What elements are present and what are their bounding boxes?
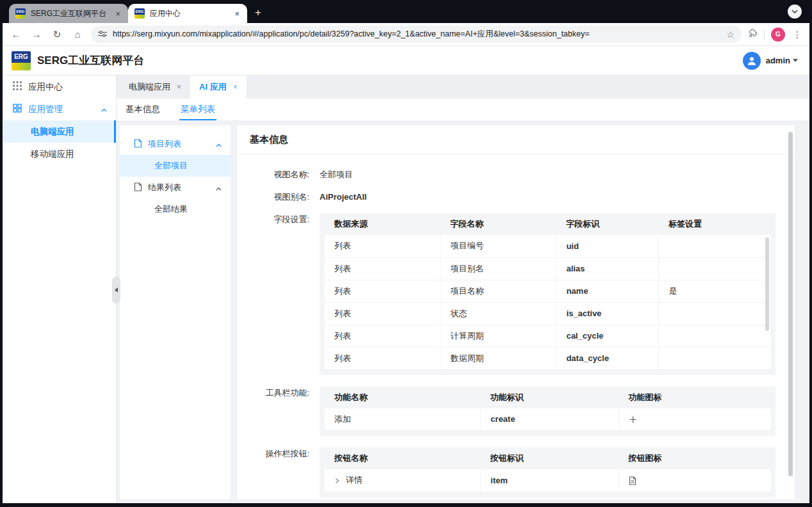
tree-group-result-list[interactable]: 结果列表 (120, 177, 231, 198)
table-scrollbar-thumb[interactable] (765, 237, 769, 331)
tab-close-icon[interactable]: × (177, 83, 181, 92)
sidebar-item-label: 电脑端应用 (31, 126, 105, 138)
forward-icon[interactable]: → (29, 29, 44, 40)
cell-text: 详情 (346, 475, 362, 485)
home-icon[interactable]: ⌂ (70, 29, 85, 40)
chevron-up-icon[interactable] (216, 140, 222, 149)
sidebar-item-app-management[interactable]: 应用管理 (3, 98, 116, 120)
extensions-icon[interactable] (748, 28, 758, 40)
table-row: 详情item (325, 469, 770, 492)
column-header: 字段标识 (556, 213, 659, 235)
cell-text: 项目名称 (450, 286, 483, 296)
page-tab-ai-app[interactable]: AI 应用 × (190, 76, 247, 99)
plus-icon (629, 415, 637, 424)
table-cell: 列表 (325, 347, 441, 369)
view-alias-value: AiProjectAll (320, 191, 367, 204)
table-cell: alias (556, 257, 659, 280)
cell-text: item (491, 476, 508, 485)
tree-item-label: 全部结果 (154, 204, 222, 215)
cell-text: is_active (566, 309, 601, 318)
user-menu-caret-icon[interactable] (793, 59, 798, 62)
tab-close-icon[interactable]: × (114, 9, 122, 19)
table-cell: 是 (659, 280, 770, 302)
user-avatar[interactable] (743, 52, 761, 70)
sidebar-item-mobile-app[interactable]: 移动端应用 (3, 143, 116, 165)
tab-close-icon[interactable]: × (233, 83, 238, 92)
detail-panel: 基本信息 视图名称: 全部项目 视图别名: AiProjectAll 字段设置: (237, 125, 795, 499)
cell-text: 列表 (334, 353, 351, 363)
site-favicon: ERG (15, 8, 26, 19)
cell-text: data_cycle (566, 353, 609, 363)
tab-basic-info[interactable]: 基本信息 (124, 99, 161, 120)
column-header: 按钮图标 (619, 447, 770, 469)
reload-icon[interactable]: ↻ (50, 29, 64, 40)
tab-close-icon[interactable]: × (233, 9, 241, 19)
new-tab-button[interactable]: + (255, 6, 261, 19)
bookmark-star-icon[interactable]: ☆ (726, 29, 735, 40)
table-row: 列表项目别名alias (325, 257, 770, 280)
table-cell: 详情 (325, 469, 481, 492)
chevron-up-icon[interactable] (101, 104, 107, 114)
page-tab-label: 电脑端应用 (129, 81, 170, 93)
table-cell: item (481, 469, 619, 492)
sidebar-item-pc-app[interactable]: 电脑端应用 (3, 120, 116, 143)
table-row: 列表计算周期cal_cycle (325, 325, 770, 347)
cell-text: cal_cycle (566, 331, 603, 341)
browser-toolbar: ← → ↻ ⌂ https://serg.mixyun.com/mixappli… (3, 23, 809, 46)
sidebar-item-label: 应用中心 (28, 81, 107, 93)
tree-group-label: 项目列表 (148, 138, 210, 150)
chevron-up-icon[interactable] (216, 183, 222, 193)
table-header-row: 按钮名称按钮标识按钮图标 (325, 447, 770, 469)
cell-text: uid (566, 241, 579, 251)
site-favicon: ERG (134, 8, 145, 19)
url-bar[interactable]: https://serg.mixyun.com/mixapplication/#… (91, 26, 742, 43)
tree-item-all-results[interactable]: 全部结果 (120, 198, 231, 220)
cell-text: 列表 (334, 286, 351, 296)
field-label: 视图名称: (242, 168, 309, 181)
table-cell: 项目编号 (441, 235, 556, 257)
tree-group-project-list[interactable]: 项目列表 (120, 133, 231, 155)
table-cell: 项目别名 (441, 257, 556, 280)
collapse-left-icon (115, 287, 118, 293)
browser-menu-icon[interactable]: ⋮ (792, 29, 803, 40)
sidebar-item-label: 应用管理 (28, 104, 95, 115)
sub-tab-bar: 基本信息 菜单列表 (117, 99, 809, 120)
back-icon[interactable]: ← (9, 29, 23, 40)
app-logo: ERG (12, 51, 31, 70)
table-cell: uid (556, 235, 659, 257)
table-cell: 项目名称 (441, 280, 556, 302)
page-scrollbar-thumb[interactable] (788, 132, 793, 476)
sub-tab-label: 菜单列表 (181, 104, 215, 115)
chevron-right-icon[interactable] (334, 478, 340, 484)
tree-item-all-projects[interactable]: 全部项目 (120, 155, 231, 177)
cell-text: create (491, 414, 515, 424)
tune-icon[interactable] (98, 29, 107, 40)
page-tab-pc-app[interactable]: 电脑端应用 × (120, 76, 190, 99)
table-cell: 列表 (325, 235, 441, 257)
field-label: 工具栏功能: (242, 387, 309, 399)
table-cell (659, 325, 770, 347)
cell-text: alias (566, 264, 585, 273)
cell-text: 数据周期 (450, 353, 483, 363)
sidebar-collapse-handle[interactable] (112, 277, 120, 303)
table-cell: create (481, 408, 619, 431)
field-label: 字段设置: (242, 213, 309, 226)
cell-text: name (566, 286, 588, 296)
tab-search-chevron-icon[interactable] (788, 4, 802, 19)
app-title: SERG工业互联网平台 (37, 53, 144, 68)
table-cell: cal_cycle (556, 325, 659, 347)
browser-tab-appcenter[interactable]: ERG 应用中心 × (128, 4, 247, 23)
tab-menu-list[interactable]: 菜单列表 (179, 99, 216, 120)
cell-text: 计算周期 (450, 331, 483, 341)
user-name[interactable]: admin (766, 56, 790, 65)
menu-tree-panel: 项目列表 全部项目 结果列表 (120, 125, 231, 499)
url-text[interactable]: https://serg.mixyun.com/mixapplication/#… (113, 29, 720, 40)
cell-text: 列表 (334, 241, 351, 250)
browser-profile-avatar[interactable]: G (771, 28, 785, 42)
table-cell (619, 469, 770, 492)
sidebar-item-app-center[interactable]: 应用中心 (3, 76, 116, 98)
browser-tab-serg[interactable]: ERG SERG工业互联网平台 × (9, 4, 128, 23)
table-cell (659, 257, 770, 280)
table-cell: name (556, 280, 659, 302)
cell-text: 添加 (334, 414, 351, 424)
